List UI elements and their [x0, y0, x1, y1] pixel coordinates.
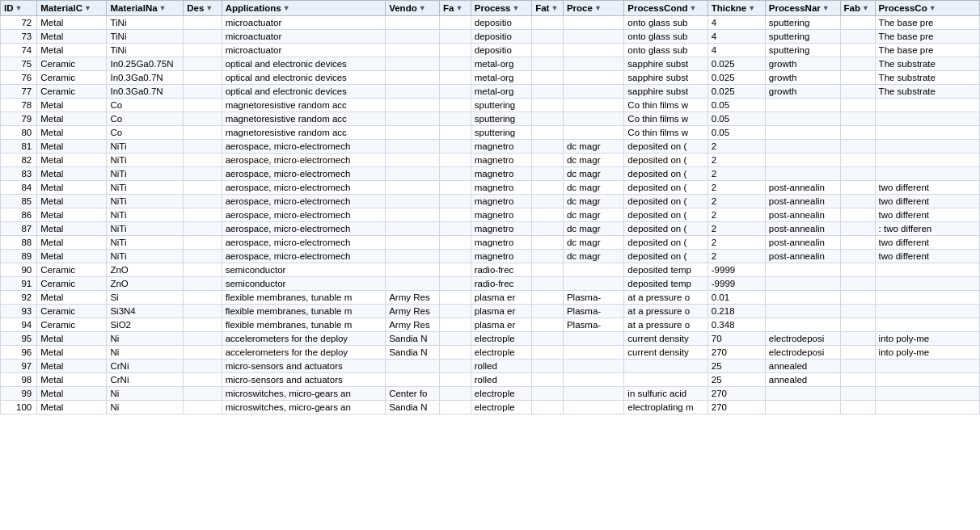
table-row[interactable]: 100MetalNimicroswitches, micro-gears anS…	[1, 401, 980, 414]
sort-arrow-matn: ▼	[159, 4, 167, 12]
table-row[interactable]: 89MetalNiTiaerospace, micro-electromechm…	[1, 250, 980, 263]
column-header-proccol[interactable]: ProcessCo ▼	[875, 1, 979, 16]
cell-procnam: post-annealin	[765, 222, 840, 236]
cell-proce	[563, 277, 623, 291]
table-row[interactable]: 80MetalComagnetoresistive random accsput…	[1, 126, 980, 140]
cell-proccol: two different	[875, 236, 979, 250]
column-header-app[interactable]: Applications ▼	[222, 1, 386, 16]
table-row[interactable]: 95MetalNiaccelerometers for the deploySa…	[1, 332, 980, 346]
cell-id: 80	[1, 126, 37, 140]
sort-arrow-proccond: ▼	[689, 4, 696, 12]
table-row[interactable]: 97MetalCrNimicro-sensors and actuatorsro…	[1, 360, 980, 373]
table-row[interactable]: 90CeramicZnOsemiconductorradio-frecdepos…	[1, 263, 980, 277]
cell-matc: Metal	[37, 112, 107, 126]
cell-proccond: at a pressure o	[624, 291, 708, 305]
table-row[interactable]: 88MetalNiTiaerospace, micro-electromechm…	[1, 236, 980, 250]
cell-proccol	[875, 112, 979, 126]
cell-id: 96	[1, 346, 37, 360]
column-header-proc[interactable]: Process ▼	[471, 1, 531, 16]
cell-desc	[184, 154, 222, 167]
cell-proccond: electroplating m	[624, 401, 708, 414]
column-header-thick[interactable]: Thickne ▼	[708, 1, 765, 16]
table-row[interactable]: 93CeramicSi3N4flexible membranes, tunabl…	[1, 305, 980, 318]
table-row[interactable]: 78MetalComagnetoresistive random accsput…	[1, 99, 980, 112]
table-row[interactable]: 99MetalNimicroswitches, micro-gears anCe…	[1, 387, 980, 401]
cell-fab3	[840, 318, 875, 332]
column-header-desc[interactable]: Des ▼	[184, 1, 222, 16]
table-row[interactable]: 81MetalNiTiaerospace, micro-electromechm…	[1, 140, 980, 154]
table-row[interactable]: 87MetalNiTiaerospace, micro-electromechm…	[1, 222, 980, 236]
cell-fab	[439, 346, 471, 360]
column-label-proccond: ProcessCond	[627, 3, 687, 13]
cell-matc: Metal	[37, 140, 107, 154]
cell-app: microactuator	[222, 30, 386, 44]
cell-proc: magnetro	[471, 236, 531, 250]
cell-thick: 0.218	[708, 305, 765, 318]
cell-proce: dc magr	[563, 222, 623, 236]
column-header-fab2[interactable]: Fat ▼	[532, 1, 564, 16]
table-row[interactable]: 73MetalTiNimicroactuatordepositioonto gl…	[1, 30, 980, 44]
cell-proce	[563, 360, 623, 373]
column-header-id[interactable]: ID ▼	[1, 1, 37, 16]
cell-id: 82	[1, 154, 37, 167]
cell-proccol: two different	[875, 181, 979, 195]
cell-vend	[386, 195, 440, 208]
cell-desc	[184, 181, 222, 195]
table-row[interactable]: 98MetalCrNimicro-sensors and actuatorsro…	[1, 373, 980, 387]
sort-arrow-fab: ▼	[455, 4, 463, 12]
table-row[interactable]: 79MetalComagnetoresistive random accsput…	[1, 112, 980, 126]
table-row[interactable]: 76CeramicIn0.3Ga0.7Noptical and electron…	[1, 71, 980, 85]
table-row[interactable]: 72MetalTiNimicroactuatordepositioonto gl…	[1, 16, 980, 30]
cell-matn: Si	[107, 291, 184, 305]
cell-procnam: post-annealin	[765, 208, 840, 222]
cell-thick: 4	[708, 16, 765, 30]
cell-thick: 2	[708, 154, 765, 167]
table-row[interactable]: 91CeramicZnOsemiconductorradio-frecdepos…	[1, 277, 980, 291]
table-row[interactable]: 92MetalSiflexible membranes, tunable mAr…	[1, 291, 980, 305]
cell-matn: Co	[107, 112, 184, 126]
table-row[interactable]: 75CeramicIn0.25Ga0.75Noptical and electr…	[1, 57, 980, 71]
cell-fab3	[840, 387, 875, 401]
column-header-proce[interactable]: Proce ▼	[563, 1, 623, 16]
column-header-matc[interactable]: MaterialC ▼	[37, 1, 107, 16]
column-header-fab[interactable]: Fa ▼	[439, 1, 471, 16]
column-header-matn[interactable]: MaterialNa ▼	[107, 1, 184, 16]
table-row[interactable]: 83MetalNiTiaerospace, micro-electromechm…	[1, 167, 980, 181]
cell-proce	[563, 387, 623, 401]
cell-fab2	[532, 154, 564, 167]
table-row[interactable]: 94CeramicSiO2flexible membranes, tunable…	[1, 318, 980, 332]
table-row[interactable]: 86MetalNiTiaerospace, micro-electromechm…	[1, 208, 980, 222]
cell-thick: 2	[708, 181, 765, 195]
cell-vend	[386, 154, 440, 167]
column-header-procnam[interactable]: ProcessNar ▼	[765, 1, 840, 16]
cell-proccond: Co thin films w	[624, 112, 708, 126]
cell-id: 83	[1, 167, 37, 181]
table-row[interactable]: 96MetalNiaccelerometers for the deploySa…	[1, 346, 980, 360]
cell-app: aerospace, micro-electromech	[222, 236, 386, 250]
table-row[interactable]: 82MetalNiTiaerospace, micro-electromechm…	[1, 154, 980, 167]
cell-thick: 0.05	[708, 112, 765, 126]
cell-proccol: The substrate	[875, 85, 979, 99]
cell-app: aerospace, micro-electromech	[222, 208, 386, 222]
cell-fab	[439, 236, 471, 250]
cell-proc: sputtering	[471, 112, 531, 126]
table-row[interactable]: 85MetalNiTiaerospace, micro-electromechm…	[1, 195, 980, 208]
cell-fab3	[840, 373, 875, 387]
table-row[interactable]: 77CeramicIn0.3Ga0.7Noptical and electron…	[1, 85, 980, 99]
cell-vend	[386, 112, 440, 126]
table-row[interactable]: 84MetalNiTiaerospace, micro-electromechm…	[1, 181, 980, 195]
cell-fab2	[532, 208, 564, 222]
cell-proc: plasma er	[471, 318, 531, 332]
column-header-proccond[interactable]: ProcessCond ▼	[624, 1, 708, 16]
table-row[interactable]: 74MetalTiNimicroactuatordepositioonto gl…	[1, 44, 980, 57]
cell-proc: plasma er	[471, 291, 531, 305]
column-label-desc: Des	[187, 3, 204, 13]
sort-arrow-proce: ▼	[594, 4, 602, 12]
cell-proccond: deposited on (	[624, 181, 708, 195]
cell-app: magnetoresistive random acc	[222, 99, 386, 112]
cell-fab2	[532, 236, 564, 250]
cell-fab	[439, 112, 471, 126]
column-header-fab3[interactable]: Fab ▼	[840, 1, 875, 16]
cell-desc	[184, 277, 222, 291]
column-header-vend[interactable]: Vendo ▼	[386, 1, 440, 16]
